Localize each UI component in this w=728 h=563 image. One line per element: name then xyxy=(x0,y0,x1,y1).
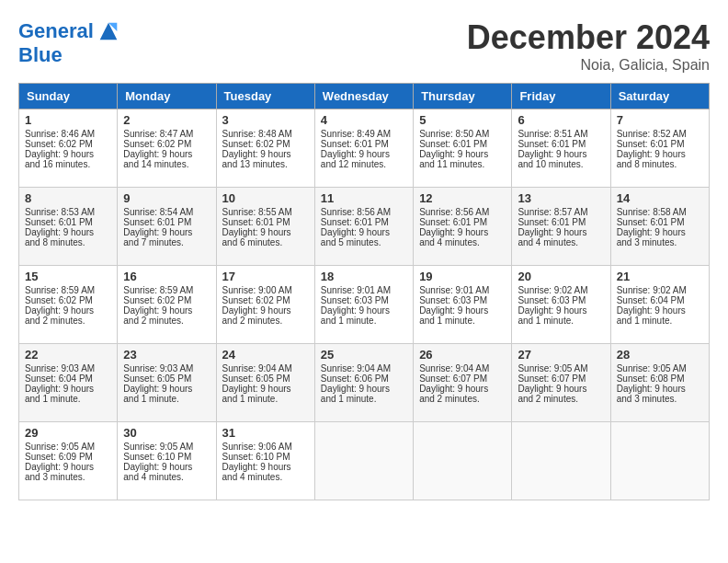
day-info: and 1 minute. xyxy=(617,316,703,326)
calendar-week-row: 1Sunrise: 8:46 AMSunset: 6:02 PMDaylight… xyxy=(19,109,710,188)
day-info: and 12 minutes. xyxy=(321,159,407,169)
day-number: 4 xyxy=(321,113,407,127)
day-info: Sunset: 6:01 PM xyxy=(518,139,604,149)
day-info: and 2 minutes. xyxy=(518,394,604,404)
page-header: General Blue December 2024 Noia, Galicia… xyxy=(18,18,710,74)
calendar-cell xyxy=(414,422,512,500)
day-number: 2 xyxy=(123,113,210,127)
day-info: Sunrise: 9:05 AM xyxy=(25,442,111,452)
day-info: Sunset: 6:04 PM xyxy=(617,295,703,305)
day-info: Daylight: 9 hours xyxy=(123,462,210,472)
calendar-cell: 15Sunrise: 8:59 AMSunset: 6:02 PMDayligh… xyxy=(19,266,118,344)
day-info: Sunrise: 8:49 AM xyxy=(321,129,407,139)
calendar-week-row: 22Sunrise: 9:03 AMSunset: 6:04 PMDayligh… xyxy=(19,344,710,422)
day-number: 13 xyxy=(518,191,604,205)
logo-text: General xyxy=(18,20,94,42)
calendar-cell: 9Sunrise: 8:54 AMSunset: 6:01 PMDaylight… xyxy=(118,188,216,266)
month-title: December 2024 xyxy=(467,18,710,57)
weekday-header: Tuesday xyxy=(216,84,314,109)
calendar-week-row: 29Sunrise: 9:05 AMSunset: 6:09 PMDayligh… xyxy=(19,422,710,500)
day-info: Sunset: 6:03 PM xyxy=(419,295,506,305)
day-info: Sunrise: 9:03 AM xyxy=(123,363,210,373)
day-info: Sunset: 6:10 PM xyxy=(123,452,210,462)
calendar-cell: 4Sunrise: 8:49 AMSunset: 6:01 PMDaylight… xyxy=(314,109,413,188)
day-info: Sunrise: 9:05 AM xyxy=(123,442,210,452)
day-info: Daylight: 9 hours xyxy=(123,149,210,159)
day-number: 23 xyxy=(123,348,210,362)
day-info: and 4 minutes. xyxy=(123,472,210,482)
day-number: 20 xyxy=(518,270,604,283)
day-info: and 4 minutes. xyxy=(518,237,604,247)
day-info: and 6 minutes. xyxy=(222,237,309,247)
title-block: December 2024 Noia, Galicia, Spain xyxy=(467,18,710,74)
day-info: and 13 minutes. xyxy=(222,159,309,169)
day-info: and 1 minute. xyxy=(518,316,604,326)
day-info: Sunset: 6:07 PM xyxy=(419,373,506,384)
day-info: Sunset: 6:09 PM xyxy=(25,452,111,462)
day-info: Sunrise: 8:59 AM xyxy=(123,285,210,295)
day-info: Sunrise: 8:56 AM xyxy=(419,207,506,217)
day-info: Sunrise: 9:02 AM xyxy=(518,285,604,295)
day-number: 5 xyxy=(419,113,506,127)
calendar-header-row: SundayMondayTuesdayWednesdayThursdayFrid… xyxy=(19,84,710,109)
day-info: Daylight: 9 hours xyxy=(419,305,506,316)
day-number: 9 xyxy=(123,191,210,205)
calendar-cell: 2Sunrise: 8:47 AMSunset: 6:02 PMDaylight… xyxy=(118,109,216,188)
day-number: 21 xyxy=(617,270,703,283)
calendar-cell: 17Sunrise: 9:00 AMSunset: 6:02 PMDayligh… xyxy=(216,266,314,344)
day-info: Daylight: 9 hours xyxy=(222,462,309,472)
calendar-cell: 24Sunrise: 9:04 AMSunset: 6:05 PMDayligh… xyxy=(216,344,314,422)
day-info: Daylight: 9 hours xyxy=(518,227,604,237)
day-info: and 2 minutes. xyxy=(222,316,309,326)
weekday-header: Monday xyxy=(118,84,216,109)
day-info: Sunrise: 8:46 AM xyxy=(25,129,111,139)
calendar-cell: 20Sunrise: 9:02 AMSunset: 6:03 PMDayligh… xyxy=(512,266,610,344)
calendar-cell: 25Sunrise: 9:04 AMSunset: 6:06 PMDayligh… xyxy=(314,344,413,422)
calendar-cell xyxy=(610,422,709,500)
day-info: Sunset: 6:01 PM xyxy=(222,217,309,227)
calendar-cell: 23Sunrise: 9:03 AMSunset: 6:05 PMDayligh… xyxy=(118,344,216,422)
day-info: Sunrise: 9:01 AM xyxy=(321,285,407,295)
day-number: 24 xyxy=(222,348,309,362)
calendar-cell: 30Sunrise: 9:05 AMSunset: 6:10 PMDayligh… xyxy=(118,422,216,500)
day-number: 26 xyxy=(419,348,506,362)
calendar-cell: 22Sunrise: 9:03 AMSunset: 6:04 PMDayligh… xyxy=(19,344,118,422)
day-number: 14 xyxy=(617,191,703,205)
day-info: Daylight: 9 hours xyxy=(222,149,309,159)
day-info: Sunrise: 9:05 AM xyxy=(617,363,703,373)
calendar-cell: 31Sunrise: 9:06 AMSunset: 6:10 PMDayligh… xyxy=(216,422,314,500)
day-info: and 3 minutes. xyxy=(617,237,703,247)
day-info: Daylight: 9 hours xyxy=(617,384,703,394)
day-info: Sunrise: 9:03 AM xyxy=(25,363,111,373)
day-info: Sunrise: 8:47 AM xyxy=(123,129,210,139)
day-info: Daylight: 9 hours xyxy=(419,384,506,394)
day-info: Sunset: 6:03 PM xyxy=(518,295,604,305)
day-info: Sunset: 6:08 PM xyxy=(617,373,703,384)
day-info: Daylight: 9 hours xyxy=(222,227,309,237)
day-number: 29 xyxy=(25,426,111,440)
day-info: Sunrise: 9:01 AM xyxy=(419,285,506,295)
day-number: 31 xyxy=(222,426,309,440)
day-info: and 2 minutes. xyxy=(25,316,111,326)
day-info: Sunrise: 9:06 AM xyxy=(222,442,309,452)
logo-text2: Blue xyxy=(18,44,121,66)
calendar-cell: 8Sunrise: 8:53 AMSunset: 6:01 PMDaylight… xyxy=(19,188,118,266)
weekday-header: Wednesday xyxy=(314,84,413,109)
day-info: and 7 minutes. xyxy=(123,237,210,247)
day-info: Sunset: 6:01 PM xyxy=(518,217,604,227)
day-info: Sunrise: 8:57 AM xyxy=(518,207,604,217)
weekday-header: Thursday xyxy=(414,84,512,109)
day-info: Daylight: 9 hours xyxy=(617,305,703,316)
day-info: Sunrise: 8:59 AM xyxy=(25,285,111,295)
day-info: Daylight: 9 hours xyxy=(321,149,407,159)
day-number: 11 xyxy=(321,191,407,205)
day-info: Daylight: 9 hours xyxy=(321,227,407,237)
day-number: 3 xyxy=(222,113,309,127)
calendar-cell: 5Sunrise: 8:50 AMSunset: 6:01 PMDaylight… xyxy=(414,109,512,188)
day-info: Sunset: 6:02 PM xyxy=(123,295,210,305)
calendar-table: SundayMondayTuesdayWednesdayThursdayFrid… xyxy=(18,83,710,500)
calendar-cell: 12Sunrise: 8:56 AMSunset: 6:01 PMDayligh… xyxy=(414,188,512,266)
day-info: Sunset: 6:02 PM xyxy=(25,139,111,149)
day-info: and 1 minute. xyxy=(419,316,506,326)
calendar-week-row: 15Sunrise: 8:59 AMSunset: 6:02 PMDayligh… xyxy=(19,266,710,344)
